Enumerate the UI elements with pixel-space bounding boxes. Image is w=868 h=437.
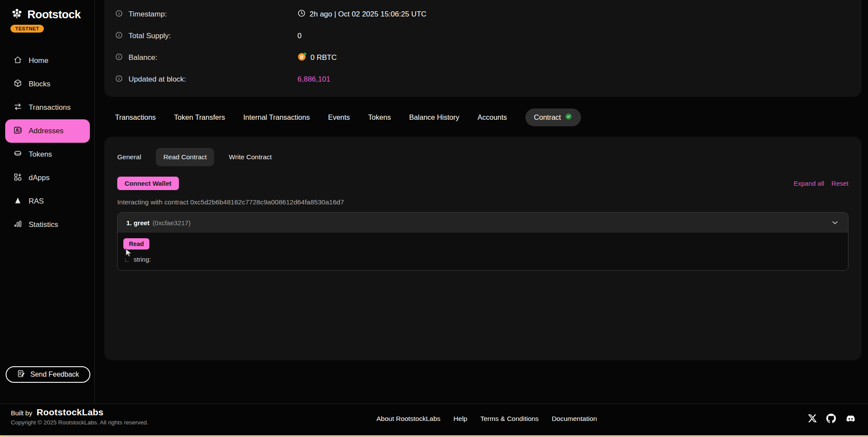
transactions-icon bbox=[13, 102, 23, 114]
address-tabs: Transactions Token Transfers Internal Tr… bbox=[104, 106, 861, 128]
tab-token-transfers[interactable]: Token Transfers bbox=[174, 113, 225, 122]
method-accordion-body: Read ∟ string: bbox=[118, 233, 848, 270]
tab-transactions[interactable]: Transactions bbox=[115, 113, 156, 122]
tab-balance-history[interactable]: Balance History bbox=[409, 113, 459, 122]
tab-contract[interactable]: Contract bbox=[525, 108, 581, 126]
info-label: Updated at block: bbox=[115, 75, 297, 85]
method-accordion: 1. greet (0xcfae3217) Read ∟ string: bbox=[117, 212, 848, 271]
info-icon[interactable] bbox=[115, 10, 123, 20]
footer: Built by RootstockLabs Copyright © 2025 … bbox=[0, 404, 868, 435]
sidebar-item-dapps[interactable]: dApps bbox=[0, 166, 94, 190]
send-feedback-button[interactable]: Send Feedback bbox=[6, 366, 90, 383]
mouse-cursor-icon bbox=[125, 248, 133, 260]
discord-icon[interactable] bbox=[845, 414, 856, 424]
wallet-row: Connect Wallet Expand all Reset bbox=[117, 177, 848, 190]
testnet-badge: TESTNET bbox=[10, 25, 44, 33]
built-by-label: Built by bbox=[11, 409, 32, 417]
output-type-label: string: bbox=[134, 256, 151, 263]
sidebar-item-label: RAS bbox=[29, 197, 44, 206]
footer-link-about[interactable]: About RootstockLabs bbox=[376, 415, 440, 423]
contract-subtabs: General Read Contract Write Contract bbox=[117, 148, 848, 166]
statistics-icon bbox=[13, 219, 23, 231]
social-icons bbox=[808, 414, 856, 425]
sidebar-item-transactions[interactable]: Transactions bbox=[0, 96, 94, 119]
blocks-icon bbox=[13, 79, 23, 90]
info-icon[interactable] bbox=[115, 31, 123, 41]
main-content: Timestamp: 2h ago | Oct 02 2025 15:06:25… bbox=[104, 0, 861, 360]
sidebar-item-tokens[interactable]: Tokens bbox=[0, 143, 94, 166]
balance-value: B 0 RBTC bbox=[297, 52, 337, 63]
sidebar-item-home[interactable]: Home bbox=[0, 49, 94, 72]
footer-link-help[interactable]: Help bbox=[453, 415, 467, 423]
subtab-read-contract[interactable]: Read Contract bbox=[156, 148, 214, 166]
total-supply-label: Total Supply: bbox=[129, 32, 171, 40]
tab-events[interactable]: Events bbox=[328, 113, 350, 122]
chevron-down-icon[interactable] bbox=[831, 218, 839, 227]
info-row-balance: Balance: B 0 RBTC bbox=[104, 47, 861, 69]
method-output-line: ∟ string: bbox=[123, 256, 842, 263]
footer-link-terms[interactable]: Terms & Conditions bbox=[480, 415, 538, 423]
info-icon[interactable] bbox=[115, 75, 123, 85]
dapps-icon bbox=[13, 172, 23, 184]
total-supply-value: 0 bbox=[297, 32, 301, 40]
svg-text:B: B bbox=[300, 54, 304, 59]
verified-check-icon bbox=[565, 113, 572, 122]
info-icon[interactable] bbox=[115, 53, 123, 63]
sidebar-item-label: Blocks bbox=[29, 80, 50, 89]
sidebar-item-label: Transactions bbox=[29, 103, 71, 112]
home-icon bbox=[13, 55, 23, 67]
sidebar-item-label: Tokens bbox=[29, 150, 52, 159]
timestamp-value: 2h ago | Oct 02 2025 15:06:25 UTC bbox=[297, 9, 426, 20]
block-number-link[interactable]: 6,886,101 bbox=[297, 75, 330, 84]
sidebar-item-ras[interactable]: RAS bbox=[0, 190, 94, 213]
method-selector: (0xcfae3217) bbox=[152, 219, 191, 227]
info-row-total-supply: Total Supply: 0 bbox=[104, 25, 861, 47]
tab-tokens[interactable]: Tokens bbox=[368, 113, 391, 122]
info-label: Timestamp: bbox=[115, 10, 297, 20]
sidebar-item-label: Addresses bbox=[29, 127, 63, 135]
x-icon[interactable] bbox=[808, 414, 817, 424]
tokens-icon bbox=[13, 149, 23, 161]
send-feedback-label: Send Feedback bbox=[30, 371, 79, 378]
expand-all-link[interactable]: Expand all bbox=[794, 180, 824, 187]
interacting-with-contract-text: Interacting with contract 0xc5d2b6b48162… bbox=[117, 198, 848, 206]
info-row-timestamp: Timestamp: 2h ago | Oct 02 2025 15:06:25… bbox=[104, 3, 861, 25]
sidebar-item-label: dApps bbox=[29, 174, 50, 182]
brand-name: Rootstock bbox=[27, 8, 81, 21]
footer-left: Built by RootstockLabs Copyright © 2025 … bbox=[11, 407, 149, 426]
info-label: Total Supply: bbox=[115, 31, 297, 41]
sidebar-item-blocks[interactable]: Blocks bbox=[0, 72, 94, 96]
subtab-general[interactable]: General bbox=[117, 153, 141, 161]
rbtc-coin-icon: B bbox=[297, 52, 307, 63]
panel-links: Expand all Reset bbox=[794, 180, 848, 187]
info-row-updated-block: Updated at block: 6,886,101 bbox=[104, 69, 861, 90]
reset-link[interactable]: Reset bbox=[832, 180, 848, 187]
github-icon[interactable] bbox=[826, 414, 836, 425]
copyright-text: Copyright © 2025 RootstockLabs. All righ… bbox=[11, 419, 149, 426]
method-title: 1. greet bbox=[126, 219, 149, 227]
rootstock-explorer-app: Rootstock TESTNET Home Blocks Transactio… bbox=[0, 0, 868, 437]
sidebar-item-statistics[interactable]: Statistics bbox=[0, 213, 94, 237]
sidebar-nav: Home Blocks Transactions Addresses Token… bbox=[0, 49, 94, 237]
footer-links: About RootstockLabs Help Terms & Conditi… bbox=[376, 415, 597, 423]
timestamp-label: Timestamp: bbox=[129, 10, 167, 19]
sidebar-item-label: Home bbox=[29, 56, 48, 65]
rootstocklabs-wordmark[interactable]: RootstockLabs bbox=[36, 407, 103, 417]
feedback-icon bbox=[17, 369, 26, 380]
tab-accounts[interactable]: Accounts bbox=[478, 113, 507, 122]
connect-wallet-button[interactable]: Connect Wallet bbox=[117, 177, 179, 190]
bottom-scroll-strip[interactable] bbox=[0, 435, 868, 437]
method-accordion-header[interactable]: 1. greet (0xcfae3217) bbox=[118, 213, 848, 233]
ras-icon bbox=[13, 196, 23, 207]
tab-internal-transactions[interactable]: Internal Transactions bbox=[243, 113, 310, 122]
sidebar-item-label: Statistics bbox=[29, 220, 58, 229]
updated-block-value: 6,886,101 bbox=[297, 75, 330, 84]
footer-link-documentation[interactable]: Documentation bbox=[552, 415, 597, 423]
addresses-icon bbox=[13, 125, 23, 137]
info-label: Balance: bbox=[115, 53, 297, 63]
rootstock-logo[interactable]: Rootstock bbox=[0, 0, 94, 22]
updated-block-label: Updated at block: bbox=[129, 75, 186, 84]
subtab-write-contract[interactable]: Write Contract bbox=[229, 153, 272, 161]
sidebar: Rootstock TESTNET Home Blocks Transactio… bbox=[0, 0, 95, 404]
sidebar-item-addresses[interactable]: Addresses bbox=[5, 119, 90, 143]
